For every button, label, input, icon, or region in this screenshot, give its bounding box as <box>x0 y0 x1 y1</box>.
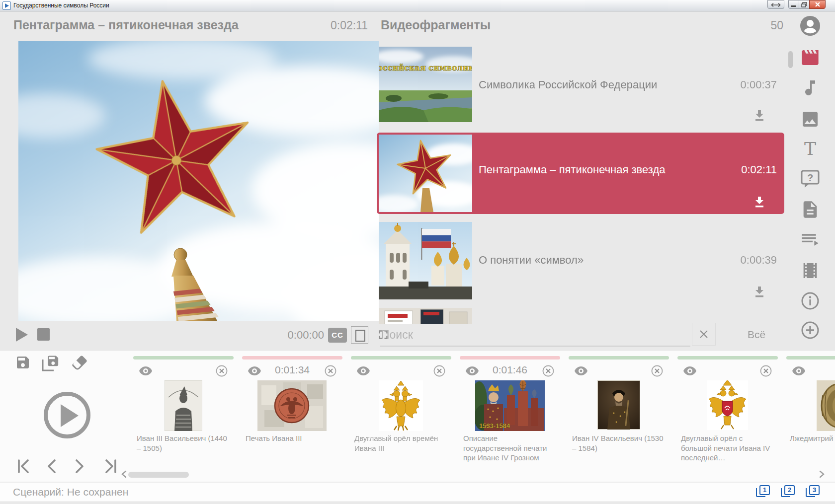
download-icon[interactable] <box>752 286 767 298</box>
list-item-selected[interactable]: Пентаграмма – пятиконечная звезда 0:02:1… <box>377 133 784 214</box>
slide-caption: Иван III Васильевич (1440 – 1505) <box>137 433 229 453</box>
status-bar: Сценарий: Не сохранен <box>0 482 835 502</box>
next-item-button[interactable] <box>75 459 89 474</box>
close-button[interactable] <box>809 0 826 9</box>
page-2-button[interactable]: 2 <box>781 485 794 499</box>
visibility-icon[interactable] <box>357 366 370 377</box>
current-video-title: Пентаграмма – пятиконечная звезда <box>13 18 239 32</box>
progress-line <box>351 356 451 360</box>
thumbnail-caption-text: Российская символика <box>379 63 472 72</box>
slide-caption: Печать Ивана III <box>246 433 338 443</box>
visibility-icon[interactable] <box>575 366 587 377</box>
remove-icon[interactable] <box>760 365 772 379</box>
clear-search-icon[interactable] <box>692 323 716 346</box>
current-video-duration: 0:02:11 <box>303 19 368 32</box>
document-icon[interactable] <box>800 200 820 219</box>
info-icon[interactable] <box>800 291 820 311</box>
timeline-item[interactable]: 0:01:34 Печать Ивана III <box>242 350 342 469</box>
video-thumbnail[interactable] <box>379 222 472 299</box>
slide-caption: Двуглавый орёл времён Ивана III <box>354 433 447 453</box>
save-icon[interactable] <box>15 355 31 372</box>
video-thumbnail[interactable] <box>379 308 472 324</box>
title-bar: Государственные символы России <box>0 0 835 11</box>
last-item-button[interactable] <box>102 459 117 474</box>
stop-button[interactable] <box>37 328 50 341</box>
music-icon[interactable] <box>800 78 820 98</box>
video-thumbnail[interactable]: Российская символика <box>379 47 472 122</box>
progress-line <box>569 356 669 360</box>
eraser-icon[interactable] <box>71 354 88 373</box>
download-icon[interactable] <box>752 110 767 122</box>
timeline-item[interactable]: Иван III Васильевич (1440 – 1505) <box>133 350 234 469</box>
slide-thumbnail[interactable] <box>379 380 423 431</box>
filter-all-label[interactable]: Всё <box>741 329 772 341</box>
panel-title: Видеофрагменты <box>381 18 491 32</box>
text-tool-icon[interactable]: T <box>800 140 820 159</box>
timeline-scrollbar[interactable] <box>128 472 189 478</box>
timeline-item[interactable]: Двуглавый орёл времён Ивана III <box>351 350 451 469</box>
timeline-item[interactable]: Лжедмитрий <box>786 350 835 469</box>
video-player[interactable] <box>18 41 379 321</box>
save-as-icon[interactable] <box>41 354 61 374</box>
item-duration: 0:00:39 <box>690 254 777 267</box>
item-duration: 0:00:37 <box>690 78 777 91</box>
download-icon[interactable] <box>752 196 767 209</box>
slide-thumbnail[interactable]: 1533-1584 <box>475 380 545 431</box>
timeline-item[interactable]: 0:01:46 <box>460 350 560 469</box>
svg-text:T: T <box>804 140 816 159</box>
film-strip-icon[interactable] <box>800 261 820 281</box>
user-avatar-icon[interactable] <box>800 15 821 36</box>
slide-caption: Двуглавый орёл с большой печати Ивана IV… <box>681 433 773 463</box>
video-thumbnail[interactable] <box>379 135 472 212</box>
play-button[interactable] <box>15 327 28 342</box>
video-fragment-list: Российская символика Символика Российско… <box>377 43 785 324</box>
progress-line <box>786 356 835 360</box>
remove-icon[interactable] <box>325 365 336 379</box>
previous-item-button[interactable] <box>46 459 61 474</box>
timeline-item[interactable]: Иван IV Васильевич (1530 – 1584) <box>569 350 669 469</box>
slide-caption: Иван IV Васильевич (1530 – 1584) <box>572 433 665 453</box>
remove-icon[interactable] <box>542 365 554 379</box>
slide-thumbnail[interactable] <box>817 380 835 431</box>
fit-screen-button[interactable] <box>351 326 368 344</box>
timeline-item[interactable]: Двуглавый орёл с большой печати Ивана IV… <box>677 350 778 469</box>
minimize-button[interactable] <box>788 0 799 9</box>
thumbnail-caption-text: 1533-1584 <box>479 422 510 430</box>
slide-thumbnail[interactable] <box>165 380 202 431</box>
scroll-right-icon[interactable] <box>819 470 825 480</box>
visibility-icon[interactable] <box>792 366 805 377</box>
preview-play-button[interactable] <box>44 392 90 438</box>
maximize-button[interactable] <box>799 0 810 9</box>
search-input[interactable] <box>380 324 690 347</box>
item-duration: 0:02:11 <box>690 163 777 176</box>
remove-icon[interactable] <box>433 365 445 379</box>
visibility-icon[interactable] <box>683 366 696 377</box>
subtitles-button[interactable]: CC <box>328 328 347 343</box>
playlist-icon[interactable] <box>800 230 820 250</box>
list-scrollbar[interactable] <box>788 51 793 68</box>
playback-time: 0:00:00 <box>272 329 324 342</box>
page-1-button[interactable]: 1 <box>756 485 769 499</box>
progress-line <box>677 356 778 360</box>
visibility-icon[interactable] <box>139 366 152 377</box>
slide-caption: Лжедмитрий <box>790 433 835 443</box>
slide-thumbnail[interactable] <box>707 380 748 431</box>
help-icon[interactable]: ? <box>800 169 820 189</box>
progress-line <box>460 356 560 360</box>
page-3-button[interactable]: 3 <box>806 485 819 499</box>
scroll-left-icon[interactable] <box>121 470 127 480</box>
app-icon <box>2 1 11 10</box>
slide-thumbnail[interactable] <box>257 380 327 431</box>
fragment-count: 50 <box>759 19 783 32</box>
add-icon[interactable] <box>800 320 820 340</box>
progress-line <box>133 356 234 360</box>
image-icon[interactable] <box>800 109 820 129</box>
remove-icon[interactable] <box>216 365 228 379</box>
scenario-status: Сценарий: Не сохранен <box>13 486 128 498</box>
first-item-button[interactable] <box>17 459 32 474</box>
slide-thumbnail[interactable] <box>597 380 640 431</box>
rem remove-icon[interactable] <box>651 365 663 379</box>
resize-button[interactable] <box>767 0 784 9</box>
video-fragments-icon[interactable] <box>800 48 820 68</box>
window-title: Государственные символы России <box>13 2 109 9</box>
